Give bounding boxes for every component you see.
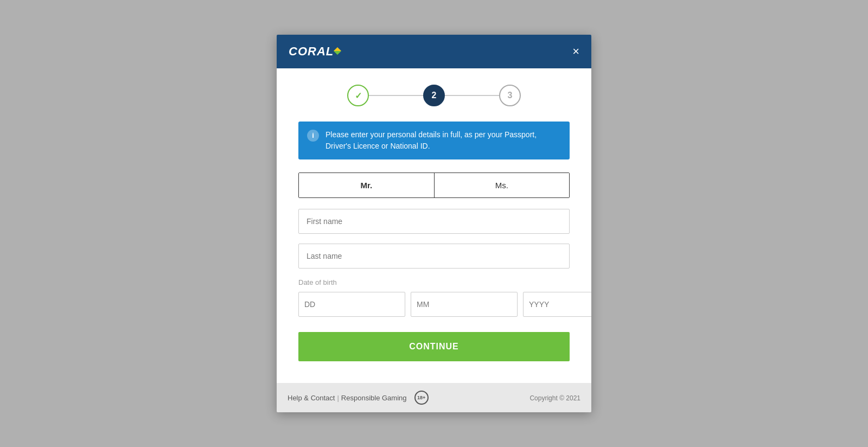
modal-body: ✓ 2 3 i Please enter your personal detai…	[277, 68, 591, 383]
dob-dd-input[interactable]	[298, 292, 405, 317]
dob-mm-input[interactable]	[411, 292, 518, 317]
footer-inner: Help & Contact | Responsible Gaming 18+ …	[288, 391, 580, 405]
dob-yyyy-input[interactable]	[523, 292, 591, 317]
step-line-2	[445, 95, 499, 96]
dob-row	[298, 292, 570, 317]
title-mr-button[interactable]: Mr.	[299, 173, 435, 197]
continue-button[interactable]: CONTINUE	[298, 332, 570, 361]
step-1: ✓	[347, 85, 369, 106]
step-3: 3	[499, 85, 521, 106]
dob-label: Date of birth	[298, 278, 570, 286]
info-banner: i Please enter your personal details in …	[298, 122, 570, 159]
step-line-1	[369, 95, 423, 96]
step-2: 2	[423, 85, 445, 106]
logo-text: CORAL	[289, 44, 334, 58]
modal-header: CORAL ×	[277, 35, 591, 68]
help-contact-link[interactable]: Help & Contact	[288, 394, 335, 402]
stepper: ✓ 2 3	[298, 85, 570, 106]
first-name-input[interactable]	[298, 209, 570, 234]
info-icon: i	[307, 130, 319, 142]
close-button[interactable]: ×	[572, 46, 579, 58]
responsible-gaming-link[interactable]: Responsible Gaming	[341, 394, 407, 402]
modal-footer: Help & Contact | Responsible Gaming 18+ …	[277, 383, 591, 412]
step-2-label: 2	[432, 91, 437, 100]
footer-right: Copyright © 2021	[529, 394, 580, 402]
last-name-input[interactable]	[298, 244, 570, 269]
registration-modal: CORAL × ✓ 2 3 i Please enter your	[277, 35, 591, 412]
title-selector: Mr. Ms.	[298, 173, 570, 198]
step-1-label: ✓	[355, 91, 362, 101]
logo-diamond-icon	[334, 47, 341, 55]
title-ms-button[interactable]: Ms.	[435, 173, 570, 197]
footer-separator: |	[337, 394, 339, 402]
info-banner-text: Please enter your personal details in fu…	[326, 129, 561, 152]
close-icon: ×	[572, 44, 579, 58]
copyright-text: Copyright © 2021	[529, 394, 580, 402]
step-3-label: 3	[508, 91, 513, 100]
coral-logo: CORAL	[289, 44, 340, 59]
footer-left: Help & Contact | Responsible Gaming 18+	[288, 391, 436, 405]
age-badge: 18+	[414, 391, 429, 405]
